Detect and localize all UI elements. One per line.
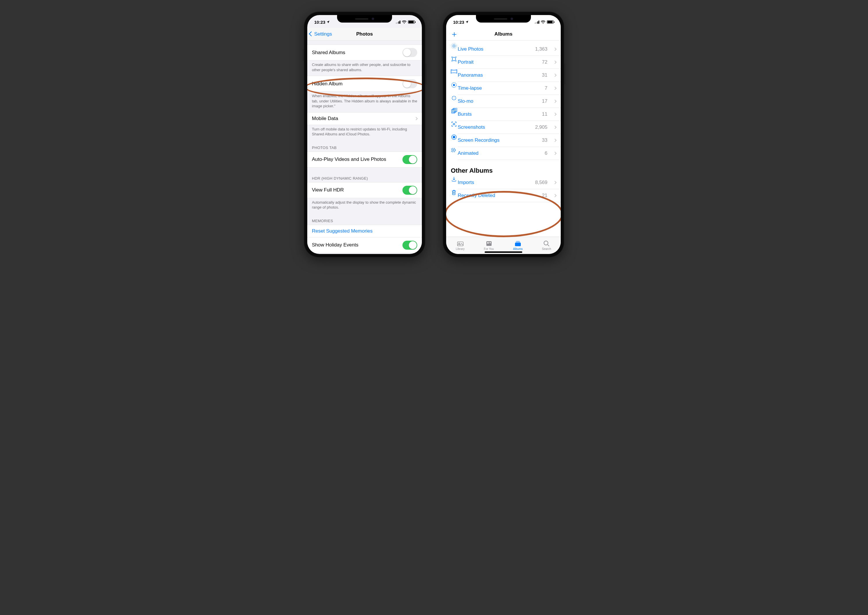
row-view-full-hdr[interactable]: View Full HDR [307, 182, 422, 198]
album-count: 33 [542, 137, 547, 143]
album-row[interactable]: Bursts 11 [446, 108, 561, 121]
svg-rect-21 [486, 241, 492, 246]
album-row[interactable]: Slo-mo 17 [446, 95, 561, 108]
label-autoplay: Auto-Play Videos and Live Photos [312, 156, 386, 162]
album-row[interactable]: Imports 8,569 [446, 176, 561, 189]
toggle-hidden-album[interactable] [403, 79, 417, 88]
row-autoplay[interactable]: Auto-Play Videos and Live Photos [307, 151, 422, 167]
add-album-button[interactable]: ＋ [450, 28, 458, 40]
wifi-icon [402, 20, 406, 24]
footer-hdr: Automatically adjust the display to show… [307, 198, 422, 214]
screen-settings: 10:23 Settings Photos [307, 15, 422, 254]
tab-library[interactable]: Library [456, 240, 465, 251]
tab-search-label: Search [542, 247, 551, 251]
svg-rect-22 [487, 242, 489, 244]
label-shared-albums: Shared Albums [312, 50, 345, 56]
footer-mobile-data: Turn off mobile data to restrict updates… [307, 125, 422, 140]
album-count: 6 [545, 150, 547, 156]
label-view-full-hdr: View Full HDR [312, 187, 344, 193]
footer-shared-albums: Create albums to share with other people… [307, 61, 422, 76]
album-row[interactable]: Animated 6 [446, 147, 561, 160]
album-name: Panoramas [458, 72, 538, 78]
tab-search[interactable]: Search [542, 240, 551, 251]
home-indicator[interactable] [485, 251, 522, 253]
svg-point-18 [453, 136, 455, 138]
plus-icon: ＋ [450, 29, 458, 40]
svg-rect-19 [457, 242, 463, 246]
album-row[interactable]: Portrait 72 [446, 56, 561, 69]
chevron-right-icon [414, 117, 417, 120]
row-show-holiday[interactable]: Show Holiday Events [307, 237, 422, 253]
header-memories: MEMORIES [307, 214, 422, 225]
album-count: 21 [542, 193, 547, 198]
label-mobile-data: Mobile Data [312, 116, 338, 122]
chevron-right-icon [553, 61, 556, 64]
notch [337, 15, 392, 23]
album-name: Slo-mo [458, 98, 538, 104]
album-row[interactable]: Screen Recordings 33 [446, 134, 561, 147]
chevron-right-icon [553, 100, 556, 103]
toggle-shared-albums[interactable] [403, 48, 417, 57]
row-shared-albums[interactable]: Shared Albums [307, 45, 422, 61]
page-title: Albums [495, 31, 512, 37]
nav-bar: ＋ Albums [446, 28, 561, 41]
animated-icon [450, 147, 458, 153]
album-row[interactable]: Screenshots 2,905 [446, 121, 561, 134]
svg-point-27 [544, 241, 548, 245]
album-count: 17 [542, 98, 547, 104]
album-row[interactable]: Time-lapse 7 [446, 82, 561, 95]
album-count: 7 [545, 85, 547, 91]
nav-bar: Settings Photos [307, 28, 422, 41]
slomo-icon [450, 95, 458, 101]
row-mobile-data[interactable]: Mobile Data [307, 112, 422, 125]
settings-content[interactable]: Shared Albums Create albums to share wit… [307, 41, 422, 254]
album-name: Time-lapse [458, 85, 541, 91]
album-name: Portrait [458, 59, 538, 65]
page-title: Photos [356, 31, 373, 37]
svg-rect-24 [516, 241, 520, 242]
battery-icon [408, 20, 415, 24]
chevron-right-icon [553, 47, 556, 51]
album-name: Screen Recordings [458, 137, 538, 143]
tab-foryou[interactable]: For You [484, 240, 493, 251]
wifi-icon [541, 20, 545, 24]
album-name: Live Photos [458, 46, 531, 52]
svg-rect-13 [452, 110, 455, 113]
livephotos-icon [450, 43, 458, 49]
row-hidden-album[interactable]: Hidden Album [307, 76, 422, 92]
svg-line-6 [455, 96, 456, 97]
toggle-autoplay[interactable] [403, 155, 417, 164]
tab-albums-label: Albums [513, 247, 523, 251]
status-time: 10:23 [453, 20, 464, 25]
album-name: Recently Deleted [458, 193, 538, 198]
album-row-partial[interactable] [446, 41, 561, 43]
battery-icon [547, 20, 554, 24]
panorama-icon [450, 69, 458, 74]
back-button[interactable]: Settings [309, 28, 332, 40]
toggle-show-holiday[interactable] [403, 241, 417, 250]
chevron-left-icon [309, 31, 314, 37]
cellular-icon [396, 20, 401, 24]
album-row[interactable]: Live Photos 1,363 [446, 43, 561, 56]
burst-icon [450, 108, 458, 114]
album-row[interactable]: Panoramas 31 [446, 69, 561, 82]
row-reset-memories[interactable]: Reset Suggested Memories [307, 225, 422, 237]
notch [476, 15, 531, 23]
toggle-view-full-hdr[interactable] [403, 186, 417, 195]
chevron-right-icon [553, 86, 556, 90]
svg-line-12 [452, 96, 453, 97]
album-name: Screenshots [458, 124, 531, 130]
tab-albums[interactable]: Albums [513, 240, 523, 251]
albums-content[interactable]: Live Photos 1,363 Portrait 72 Panoramas … [446, 41, 561, 237]
chevron-right-icon [553, 181, 556, 184]
svg-line-28 [548, 245, 549, 246]
svg-point-1 [452, 44, 456, 48]
album-row[interactable]: Recently Deleted 21 [446, 189, 561, 202]
location-icon [465, 20, 469, 24]
svg-line-10 [452, 99, 453, 100]
album-count: 2,905 [535, 124, 547, 130]
chevron-right-icon [553, 139, 556, 142]
svg-point-0 [453, 45, 455, 47]
screen-albums: 10:23 ＋ Albums [446, 15, 561, 254]
footer-hidden-album: When enabled, the Hidden album will appe… [307, 92, 422, 112]
